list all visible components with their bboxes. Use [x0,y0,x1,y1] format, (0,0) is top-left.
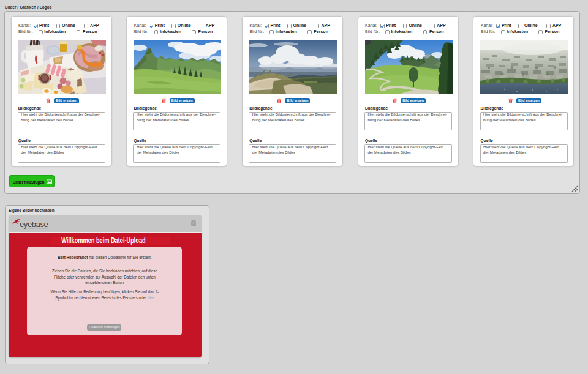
svg-text:eyebase: eyebase [20,220,48,229]
svg-text:YOUR EYEMEDIA MADE SIMPLE: YOUR EYEMEDIA MADE SIMPLE [23,228,48,229]
